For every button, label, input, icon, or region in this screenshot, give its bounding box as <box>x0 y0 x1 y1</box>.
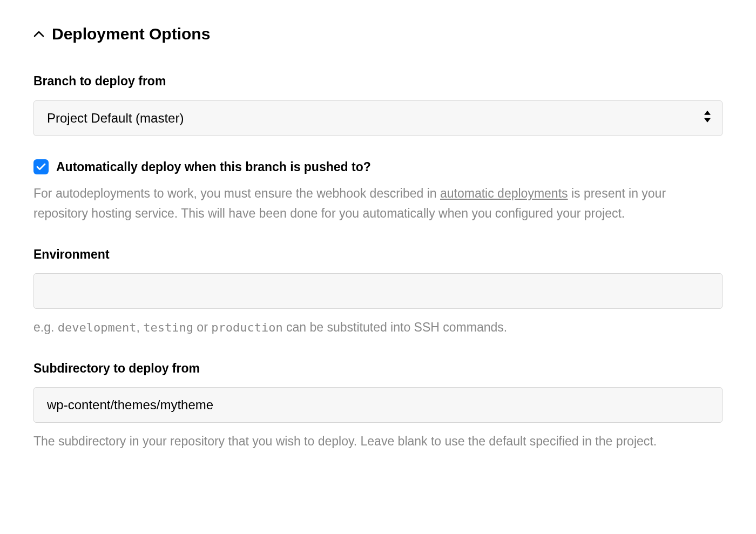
env-help-code-testing: testing <box>143 321 193 334</box>
chevron-up-icon <box>33 29 44 39</box>
autodeploy-checkbox[interactable] <box>33 159 49 174</box>
env-help-sep2: or <box>193 320 211 334</box>
autodeploy-help-text: For autodeployments to work, you must en… <box>33 184 723 224</box>
env-help-sep1: , <box>136 320 143 334</box>
branch-label: Branch to deploy from <box>33 72 723 91</box>
env-help-code-development: development <box>58 321 137 334</box>
section-title: Deployment Options <box>52 22 210 46</box>
env-help-code-production: production <box>211 321 282 334</box>
subdirectory-field-group: Subdirectory to deploy from The subdirec… <box>33 359 723 451</box>
subdirectory-input[interactable] <box>33 387 723 423</box>
env-help-suffix: can be substituted into SSH commands. <box>283 320 508 334</box>
environment-help-text: e.g. development, testing or production … <box>33 317 723 337</box>
env-help-prefix: e.g. <box>33 320 58 334</box>
autodeploy-label: Automatically deploy when this branch is… <box>56 158 371 177</box>
environment-input[interactable] <box>33 273 723 309</box>
environment-field-group: Environment e.g. development, testing or… <box>33 245 723 337</box>
branch-select-wrapper: Project Default (master) <box>33 100 723 136</box>
environment-label: Environment <box>33 245 723 264</box>
subdirectory-label: Subdirectory to deploy from <box>33 359 723 378</box>
subdirectory-help-text: The subdirectory in your repository that… <box>33 431 723 451</box>
autodeploy-help-before: For autodeployments to work, you must en… <box>33 186 440 200</box>
autodeploy-checkbox-row: Automatically deploy when this branch is… <box>33 158 723 177</box>
branch-select[interactable]: Project Default (master) <box>33 100 723 136</box>
branch-field-group: Branch to deploy from Project Default (m… <box>33 72 723 224</box>
section-header[interactable]: Deployment Options <box>33 22 723 46</box>
automatic-deployments-link[interactable]: automatic deployments <box>440 186 568 200</box>
